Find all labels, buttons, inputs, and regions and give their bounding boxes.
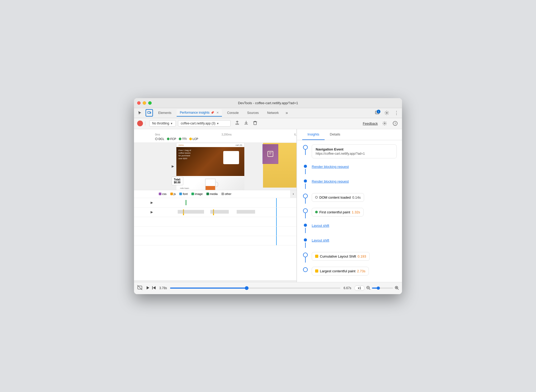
toolbar-actions <box>234 120 259 127</box>
cls-circle <box>303 253 308 257</box>
nav-circle <box>303 145 308 150</box>
play-button[interactable] <box>146 286 150 291</box>
legend-image: image <box>191 192 203 195</box>
tab-performance-insights[interactable]: Performance insights 📌 ✕ <box>177 109 222 117</box>
legend-media: media <box>206 192 218 195</box>
insight-dom-loaded: DOM content loaded 0.14s <box>302 193 397 204</box>
time-end: 6.67s <box>344 286 351 290</box>
layout-shift-link-1[interactable]: Layout shift <box>312 224 329 228</box>
time-label-mid: 3,200ms <box>221 133 231 136</box>
window-title: DevTools - coffee-cart.netlify.app/?ad=1 <box>238 101 298 105</box>
chevron-down-icon: ▼ <box>170 122 173 125</box>
lcp-marker: LCP <box>189 137 198 140</box>
row2-expand[interactable]: ▶ <box>151 210 153 214</box>
svg-point-5 <box>386 112 388 114</box>
insights-tab-insights[interactable]: Insights <box>302 129 325 140</box>
zoom-in-icon[interactable] <box>395 286 399 291</box>
insight-render-blocking-2: Render blocking request <box>302 178 397 189</box>
minimize-button[interactable] <box>143 101 146 105</box>
download-icon[interactable] <box>243 120 250 127</box>
tab-elements[interactable]: Elements <box>155 109 175 116</box>
insights-tab-details[interactable]: Details <box>325 129 346 140</box>
ls-circle-1 <box>304 224 307 227</box>
traffic-lights <box>137 101 152 105</box>
milk-foam-label: milk foam <box>180 187 189 189</box>
more-options-icon[interactable]: ⋮ <box>393 109 400 117</box>
gear-icon[interactable] <box>381 120 388 127</box>
connector-line-2 <box>305 169 306 174</box>
tab-network[interactable]: Network <box>264 109 282 116</box>
navigation-event-card: Navigation Event https://coffee-cart.net… <box>312 144 397 158</box>
time-label-end: 6, <box>294 133 296 136</box>
legend-collapse-btn[interactable]: › <box>290 190 296 198</box>
row1-expand[interactable]: ▶ <box>151 201 153 204</box>
zoom-slider[interactable] <box>372 288 393 289</box>
url-dropdown[interactable]: coffee-cart.netlify.app (3) ▼ <box>178 120 231 127</box>
legend-row: css js font image media <box>134 190 296 198</box>
network-row-1: ▶ <box>134 198 296 208</box>
playhead-net3 <box>276 217 277 226</box>
network-section: ▶ ▶ <box>134 198 296 282</box>
zoom-out-icon[interactable] <box>366 286 370 291</box>
chevron-down-icon: ▼ <box>216 122 219 125</box>
total-box: Total: $0.00 <box>172 177 183 185</box>
render-blocking-link-2[interactable]: Render blocking request <box>312 179 349 183</box>
tab-sources[interactable]: Sources <box>244 109 262 116</box>
connector-line-5 <box>305 213 306 218</box>
toolbar-right: Feedback ? <box>363 120 399 127</box>
layout-shift-link-2[interactable]: Layout shift <box>312 238 329 242</box>
small-circle-2 <box>304 179 307 183</box>
render-blocking-link-1[interactable]: Render blocking request <box>312 165 349 169</box>
go-to-start-button[interactable] <box>152 286 156 291</box>
feedback-link[interactable]: Feedback <box>363 122 378 125</box>
close-button[interactable] <box>137 101 141 105</box>
svg-rect-0 <box>148 112 150 113</box>
cls-badge: Cumulative Layout Shift 0.193 <box>312 252 370 261</box>
speed-selector[interactable]: x1 <box>354 285 365 291</box>
connector-1 <box>302 144 309 155</box>
svg-text:?: ? <box>394 122 396 125</box>
play-controls <box>146 286 156 291</box>
fcp-marker: FCP <box>167 137 176 140</box>
settings-icon[interactable] <box>383 109 390 117</box>
zoom-thumb[interactable] <box>377 287 380 290</box>
dom-circle <box>303 194 308 198</box>
tab-bar-left: Elements Performance insights 📌 ✕ Consol… <box>136 109 374 117</box>
no-screenshots-icon[interactable] <box>137 285 142 291</box>
tab-console[interactable]: Console <box>224 109 242 116</box>
playhead-net4 <box>276 227 277 236</box>
network-row-5 <box>134 236 296 245</box>
svg-line-19 <box>369 289 370 290</box>
lcp-circle <box>303 267 308 272</box>
insight-layout-shift-1: Layout shift <box>302 223 397 233</box>
tab-close-icon[interactable]: ✕ <box>216 111 219 114</box>
more-tabs-button[interactable]: » <box>284 109 290 116</box>
screenshot-expand-arrow[interactable]: ▶ <box>172 164 174 168</box>
time-label-start: 0ms <box>155 133 160 136</box>
legend-font: font <box>179 192 187 195</box>
cursor-icon[interactable] <box>136 109 143 117</box>
playhead-net <box>276 198 277 207</box>
lcp-orange-square-icon <box>315 269 318 273</box>
dcl-marker: DCL <box>155 137 164 140</box>
maximize-button[interactable] <box>148 101 152 105</box>
throttling-dropdown[interactable]: No throttling ▼ <box>149 120 176 127</box>
timeline-scrubber[interactable] <box>170 288 340 289</box>
progress-thumb[interactable] <box>245 286 249 290</box>
delete-icon[interactable] <box>252 120 259 127</box>
small-circle-1 <box>304 165 307 168</box>
screenshot-row: ▶ menu cart (0) Free 1 bag ofcoffee bean… <box>134 143 296 190</box>
help-icon[interactable]: ? <box>391 120 399 127</box>
insights-content[interactable]: Navigation Event https://coffee-cart.net… <box>297 140 402 282</box>
fcp-circle <box>303 208 308 213</box>
chat-icon[interactable]: 1 <box>374 109 381 117</box>
record-button[interactable] <box>137 120 143 126</box>
svg-rect-1 <box>150 112 151 113</box>
svg-rect-7 <box>254 122 256 125</box>
connector-8 <box>302 252 309 263</box>
legend-other: other <box>221 192 231 195</box>
device-toggle-icon[interactable] <box>146 109 153 117</box>
svg-line-23 <box>398 289 399 290</box>
connector-line-7 <box>305 243 306 248</box>
upload-icon[interactable] <box>234 120 241 127</box>
